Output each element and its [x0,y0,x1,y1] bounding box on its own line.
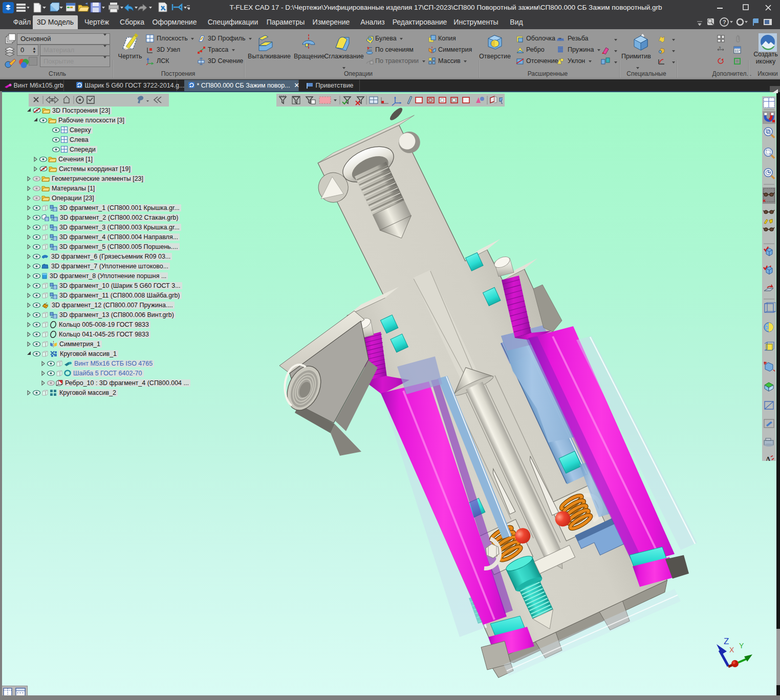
svg-text:A: A [765,455,772,461]
svg-text:Y: Y [739,642,744,650]
svg-text:Z: Z [724,637,729,646]
svg-text:?: ? [723,19,726,25]
svg-text:X: X [729,646,734,654]
svg-text:5: 5 [719,46,721,49]
